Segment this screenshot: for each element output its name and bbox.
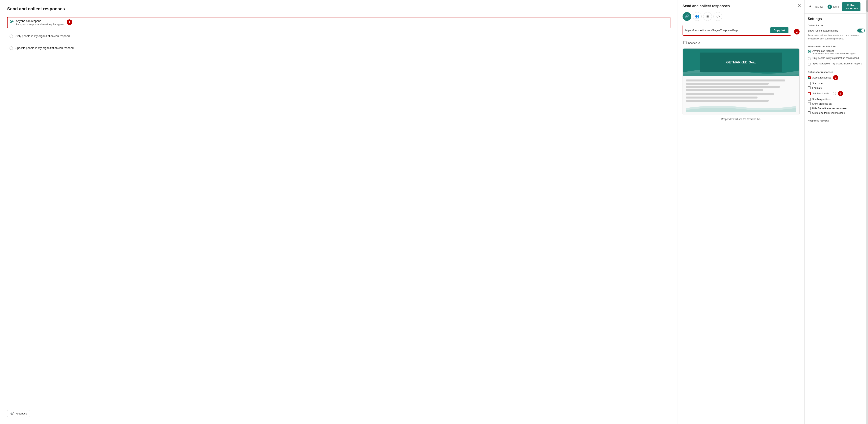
scrollbar[interactable] [866, 0, 868, 424]
accept-responses-checkbox[interactable] [808, 76, 811, 79]
option-text-org: Only people in my organization can respo… [16, 34, 70, 38]
shuffle-row: Shuffle questions [808, 98, 865, 101]
set-time-checkbox[interactable] [808, 92, 811, 95]
shorten-url-checkbox[interactable] [683, 41, 686, 44]
preview-line-3 [686, 86, 780, 88]
panel-title: Send and collect responses [7, 6, 671, 11]
people-icon: 👥 [695, 14, 700, 19]
option-label-specific: Specific people in my organization can r… [16, 46, 73, 50]
close-icon: ✕ [798, 3, 801, 8]
style-label: Style [833, 5, 839, 8]
tab-embed[interactable]: </> [713, 12, 722, 21]
preview-lines [686, 79, 796, 102]
radio-circle-anyone [10, 20, 13, 23]
start-date-checkbox[interactable] [808, 82, 811, 85]
link-url: https://forms.office.com/Pages/ResponseP… [685, 29, 769, 32]
preview-line-5 [686, 93, 774, 95]
qr-icon: ⊞ [706, 15, 709, 18]
start-date-row: Start date [808, 82, 865, 85]
option-text-specific: Specific people in my organization can r… [16, 46, 73, 50]
hide-submit-row: Hide Submit another response [808, 107, 865, 110]
share-tabs: 🔗 👥 ⊞ </> [683, 12, 800, 21]
s-radio-org[interactable]: Only people in my organization can respo… [808, 57, 865, 60]
tab-qr[interactable]: ⊞ [703, 12, 712, 21]
feedback-label: Feedback [16, 412, 27, 415]
more-icon: ··· [863, 5, 866, 9]
collect-responses-button[interactable]: Collect responses [842, 2, 861, 11]
center-panel-title: Send and collect responses [683, 4, 800, 8]
customize-label: Customize thank you message [812, 111, 845, 115]
progress-bar-checkbox[interactable] [808, 102, 811, 105]
s-anyone-label: Anyone can respond [812, 50, 856, 52]
badge-3: 3 [833, 75, 838, 80]
start-date-label: Start date [812, 82, 823, 85]
set-time-label: Set time duration [812, 92, 830, 95]
settings-title: Settings [808, 17, 865, 21]
preview-button[interactable]: 👁 Preview [808, 4, 824, 9]
s-radio-circle-org [808, 57, 811, 60]
preview-card: GETMARKED Quiz [683, 48, 800, 116]
tab-people[interactable]: 👥 [693, 12, 702, 21]
preview-header-inner: GETMARKED Quiz [700, 53, 782, 72]
s-org-label: Only people in my organization can respo… [812, 57, 859, 60]
s-radio-text-specific: Specific people in my organization can r… [812, 62, 862, 65]
s-radio-text-anyone: Anyone can respond Anonymous response, d… [812, 50, 856, 55]
who-can-fill-label: Who can fill out this form [808, 45, 865, 48]
progress-bar-label: Show progress bar [812, 102, 832, 105]
right-panel: 👁 Preview S Style Collect responses ··· … [805, 0, 868, 424]
response-receipts-label: Response receipts [808, 119, 865, 122]
responders-note: Responders will see the form like this. [683, 118, 800, 121]
accept-responses-label: Accept responses [812, 76, 831, 79]
right-panel-wrapper: 👁 Preview S Style Collect responses ··· … [805, 0, 868, 424]
accept-responses-row: Accept responses [808, 76, 831, 79]
s-radio-text-org: Only people in my organization can respo… [812, 57, 859, 60]
end-date-checkbox[interactable] [808, 87, 811, 89]
feedback-icon: 💬 [10, 412, 14, 415]
divider-2 [808, 68, 865, 68]
s-radio-dot-anyone [808, 51, 810, 52]
preview-line-4 [686, 89, 763, 91]
radio-option-anyone[interactable]: Anyone can respond Anonymous response, d… [7, 17, 671, 28]
top-bar: 👁 Preview S Style Collect responses ··· [805, 0, 868, 14]
tab-link[interactable]: 🔗 [683, 12, 691, 21]
option-sub-anyone: Anonymous response, doesn't require sign… [16, 23, 63, 26]
preview-line-1 [686, 79, 785, 81]
link-icon: 🔗 [685, 14, 689, 19]
end-date-label: End date [812, 87, 822, 89]
s-radio-circle-specific [808, 63, 811, 66]
shuffle-label: Shuffle questions [812, 98, 831, 101]
radio-option-org[interactable]: Only people in my organization can respo… [7, 32, 671, 40]
set-time-info-icon[interactable]: i [833, 92, 836, 95]
show-results-toggle[interactable] [857, 29, 865, 33]
preview-body [683, 76, 799, 115]
eye-icon: 👁 [809, 5, 812, 8]
badge-4: 4 [838, 91, 843, 96]
progress-bar-row: Show progress bar [808, 102, 865, 105]
end-date-row: End date [808, 87, 865, 89]
radio-option-specific[interactable]: Specific people in my organization can r… [7, 44, 671, 52]
show-results-sub: Responders will see their results and co… [808, 34, 865, 40]
s-radio-anyone[interactable]: Anyone can respond Anonymous response, d… [808, 50, 865, 55]
quiz-title: GETMARKED Quiz [726, 61, 756, 64]
style-avatar: S [828, 5, 832, 9]
copy-link-button[interactable]: Copy link [770, 27, 788, 33]
radio-circle-specific [9, 46, 13, 50]
customize-row: Customize thank you message [808, 111, 865, 115]
embed-icon: </> [716, 15, 720, 18]
customize-checkbox[interactable] [808, 111, 811, 115]
s-specific-label: Specific people in my organization can r… [812, 62, 862, 65]
feedback-button[interactable]: 💬 Feedback [7, 410, 30, 417]
style-button[interactable]: S Style [826, 4, 840, 10]
set-time-row: Set time duration i [808, 92, 836, 95]
option-for-quiz-label: Option for quiz [808, 24, 865, 27]
close-button[interactable]: ✕ [798, 3, 801, 8]
link-section: https://forms.office.com/Pages/ResponseP… [683, 25, 791, 36]
s-radio-circle-anyone [808, 50, 811, 53]
radio-dot-anyone [11, 21, 13, 23]
option-label-org: Only people in my organization can respo… [16, 34, 70, 38]
hide-submit-checkbox[interactable] [808, 107, 811, 110]
scrollbar-thumb [866, 0, 868, 12]
shuffle-checkbox[interactable] [808, 98, 811, 101]
s-radio-specific[interactable]: Specific people in my organization can r… [808, 62, 865, 66]
preview-line-7 [686, 100, 769, 102]
